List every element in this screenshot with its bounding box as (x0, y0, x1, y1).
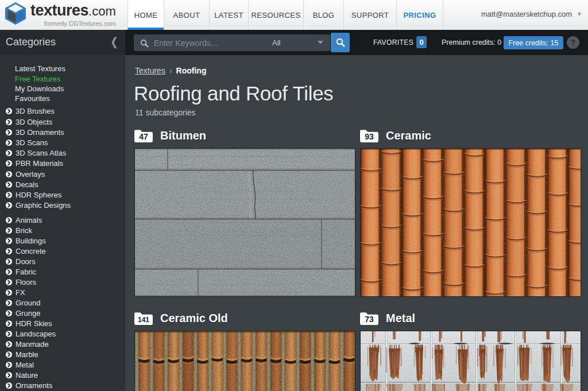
svg-text:93: 93 (365, 132, 374, 141)
svg-text:73: 73 (365, 315, 374, 324)
svg-text:47: 47 (139, 132, 148, 141)
svg-text:141: 141 (138, 316, 149, 324)
